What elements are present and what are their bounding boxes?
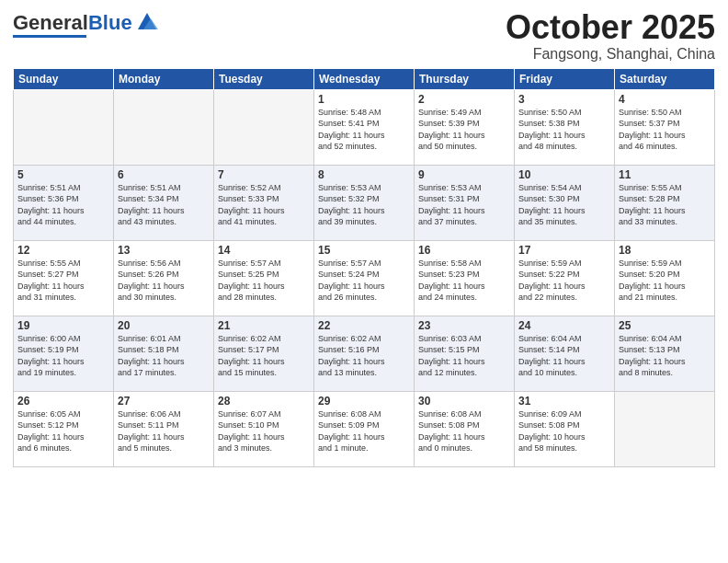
table-row: 29Sunrise: 6:08 AM Sunset: 5:09 PM Dayli… [314, 391, 415, 466]
day-number: 11 [619, 168, 711, 181]
calendar-week-row: 1Sunrise: 5:48 AM Sunset: 5:41 PM Daylig… [14, 89, 715, 165]
day-number: 1 [318, 93, 410, 106]
day-number: 30 [418, 395, 510, 408]
location: Fangsong, Shanghai, China [506, 46, 715, 63]
day-info: Sunrise: 6:07 AM Sunset: 5:10 PM Dayligh… [218, 408, 310, 454]
day-info: Sunrise: 5:49 AM Sunset: 5:39 PM Dayligh… [418, 107, 510, 153]
title-section: October 2025 Fangsong, Shanghai, China [506, 9, 715, 63]
day-info: Sunrise: 6:04 AM Sunset: 5:13 PM Dayligh… [619, 333, 711, 379]
header-friday: Friday [515, 68, 615, 89]
day-info: Sunrise: 6:00 AM Sunset: 5:19 PM Dayligh… [17, 333, 109, 379]
table-row: 7Sunrise: 5:52 AM Sunset: 5:33 PM Daylig… [214, 165, 314, 240]
table-row: 21Sunrise: 6:02 AM Sunset: 5:17 PM Dayli… [214, 316, 314, 391]
table-row [214, 89, 314, 165]
table-row: 10Sunrise: 5:54 AM Sunset: 5:30 PM Dayli… [515, 165, 615, 240]
table-row: 22Sunrise: 6:02 AM Sunset: 5:16 PM Dayli… [314, 316, 415, 391]
day-info: Sunrise: 5:51 AM Sunset: 5:34 PM Dayligh… [118, 182, 210, 228]
table-row: 20Sunrise: 6:01 AM Sunset: 5:18 PM Dayli… [114, 316, 214, 391]
table-row: 11Sunrise: 5:55 AM Sunset: 5:28 PM Dayli… [615, 165, 715, 240]
table-row: 13Sunrise: 5:56 AM Sunset: 5:26 PM Dayli… [114, 240, 214, 316]
table-row [14, 89, 114, 165]
page: GeneralBlue October 2025 Fangsong, Shang… [0, 0, 728, 563]
day-info: Sunrise: 5:59 AM Sunset: 5:22 PM Dayligh… [518, 258, 610, 304]
logo-icon [134, 11, 160, 31]
day-info: Sunrise: 6:03 AM Sunset: 5:15 PM Dayligh… [418, 333, 510, 379]
day-number: 4 [619, 93, 711, 106]
day-number: 28 [218, 395, 310, 408]
header: GeneralBlue October 2025 Fangsong, Shang… [13, 9, 715, 63]
table-row: 27Sunrise: 6:06 AM Sunset: 5:11 PM Dayli… [114, 391, 214, 466]
day-info: Sunrise: 5:53 AM Sunset: 5:32 PM Dayligh… [318, 182, 410, 228]
day-number: 29 [318, 395, 410, 408]
day-info: Sunrise: 5:57 AM Sunset: 5:25 PM Dayligh… [218, 258, 310, 304]
day-info: Sunrise: 5:54 AM Sunset: 5:30 PM Dayligh… [518, 182, 610, 228]
calendar-week-row: 19Sunrise: 6:00 AM Sunset: 5:19 PM Dayli… [14, 316, 715, 391]
table-row: 12Sunrise: 5:55 AM Sunset: 5:27 PM Dayli… [14, 240, 114, 316]
day-number: 25 [619, 319, 711, 332]
month-title: October 2025 [506, 9, 715, 46]
day-info: Sunrise: 5:53 AM Sunset: 5:31 PM Dayligh… [418, 182, 510, 228]
table-row [615, 391, 715, 466]
day-info: Sunrise: 5:56 AM Sunset: 5:26 PM Dayligh… [118, 258, 210, 304]
day-number: 7 [218, 168, 310, 181]
day-number: 13 [118, 244, 210, 257]
table-row: 31Sunrise: 6:09 AM Sunset: 5:08 PM Dayli… [515, 391, 615, 466]
calendar-week-row: 12Sunrise: 5:55 AM Sunset: 5:27 PM Dayli… [14, 240, 715, 316]
table-row: 1Sunrise: 5:48 AM Sunset: 5:41 PM Daylig… [314, 89, 415, 165]
table-row: 3Sunrise: 5:50 AM Sunset: 5:38 PM Daylig… [515, 89, 615, 165]
day-number: 8 [318, 168, 410, 181]
header-thursday: Thursday [415, 68, 515, 89]
header-monday: Monday [114, 68, 214, 89]
day-number: 21 [218, 319, 310, 332]
day-number: 10 [518, 168, 610, 181]
table-row: 24Sunrise: 6:04 AM Sunset: 5:14 PM Dayli… [515, 316, 615, 391]
day-info: Sunrise: 6:02 AM Sunset: 5:17 PM Dayligh… [218, 333, 310, 379]
day-number: 15 [318, 244, 410, 257]
logo: GeneralBlue [13, 13, 160, 38]
table-row [114, 89, 214, 165]
table-row: 25Sunrise: 6:04 AM Sunset: 5:13 PM Dayli… [615, 316, 715, 391]
day-info: Sunrise: 6:05 AM Sunset: 5:12 PM Dayligh… [17, 408, 109, 454]
day-info: Sunrise: 5:59 AM Sunset: 5:20 PM Dayligh… [619, 258, 711, 304]
day-info: Sunrise: 5:57 AM Sunset: 5:24 PM Dayligh… [318, 258, 410, 304]
day-number: 3 [518, 93, 610, 106]
table-row: 17Sunrise: 5:59 AM Sunset: 5:22 PM Dayli… [515, 240, 615, 316]
day-info: Sunrise: 6:08 AM Sunset: 5:08 PM Dayligh… [418, 408, 510, 454]
table-row: 8Sunrise: 5:53 AM Sunset: 5:32 PM Daylig… [314, 165, 415, 240]
table-row: 18Sunrise: 5:59 AM Sunset: 5:20 PM Dayli… [615, 240, 715, 316]
table-row: 23Sunrise: 6:03 AM Sunset: 5:15 PM Dayli… [415, 316, 515, 391]
table-row: 14Sunrise: 5:57 AM Sunset: 5:25 PM Dayli… [214, 240, 314, 316]
day-number: 26 [17, 395, 109, 408]
calendar-week-row: 26Sunrise: 6:05 AM Sunset: 5:12 PM Dayli… [14, 391, 715, 466]
day-number: 24 [518, 319, 610, 332]
table-row: 9Sunrise: 5:53 AM Sunset: 5:31 PM Daylig… [415, 165, 515, 240]
table-row: 2Sunrise: 5:49 AM Sunset: 5:39 PM Daylig… [415, 89, 515, 165]
day-number: 2 [418, 93, 510, 106]
day-info: Sunrise: 6:06 AM Sunset: 5:11 PM Dayligh… [118, 408, 210, 454]
day-number: 19 [17, 319, 109, 332]
logo-underline [13, 35, 86, 38]
calendar: Sunday Monday Tuesday Wednesday Thursday… [13, 68, 715, 467]
day-number: 9 [418, 168, 510, 181]
day-info: Sunrise: 5:52 AM Sunset: 5:33 PM Dayligh… [218, 182, 310, 228]
day-info: Sunrise: 5:50 AM Sunset: 5:37 PM Dayligh… [619, 107, 711, 153]
day-info: Sunrise: 5:55 AM Sunset: 5:27 PM Dayligh… [17, 258, 109, 304]
day-number: 23 [418, 319, 510, 332]
day-info: Sunrise: 6:04 AM Sunset: 5:14 PM Dayligh… [518, 333, 610, 379]
header-sunday: Sunday [14, 68, 114, 89]
day-number: 20 [118, 319, 210, 332]
table-row: 4Sunrise: 5:50 AM Sunset: 5:37 PM Daylig… [615, 89, 715, 165]
day-info: Sunrise: 5:48 AM Sunset: 5:41 PM Dayligh… [318, 107, 410, 153]
calendar-week-row: 5Sunrise: 5:51 AM Sunset: 5:36 PM Daylig… [14, 165, 715, 240]
logo-text: GeneralBlue [13, 13, 132, 33]
table-row: 28Sunrise: 6:07 AM Sunset: 5:10 PM Dayli… [214, 391, 314, 466]
header-tuesday: Tuesday [214, 68, 314, 89]
table-row: 16Sunrise: 5:58 AM Sunset: 5:23 PM Dayli… [415, 240, 515, 316]
day-info: Sunrise: 5:51 AM Sunset: 5:36 PM Dayligh… [17, 182, 109, 228]
table-row: 30Sunrise: 6:08 AM Sunset: 5:08 PM Dayli… [415, 391, 515, 466]
day-number: 22 [318, 319, 410, 332]
day-number: 5 [17, 168, 109, 181]
table-row: 15Sunrise: 5:57 AM Sunset: 5:24 PM Dayli… [314, 240, 415, 316]
day-number: 12 [17, 244, 109, 257]
day-number: 6 [118, 168, 210, 181]
